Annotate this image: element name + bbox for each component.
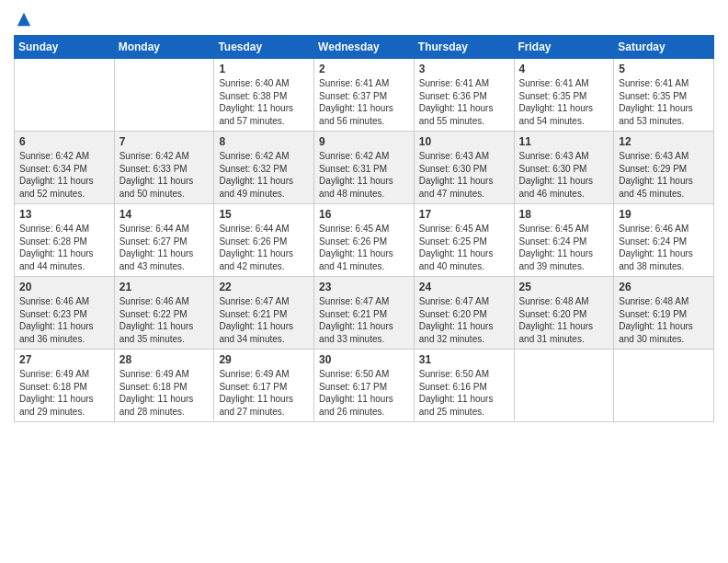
day-number: 3 bbox=[419, 63, 509, 75]
day-number: 10 bbox=[419, 135, 509, 148]
calendar-cell: 9Sunrise: 6:42 AMSunset: 6:31 PMDaylight… bbox=[314, 132, 415, 204]
daylight-text: Daylight: 11 hours and 50 minutes. bbox=[119, 175, 210, 200]
daylight-text: Daylight: 11 hours and 25 minutes. bbox=[419, 393, 509, 418]
sunset-text: Sunset: 6:30 PM bbox=[519, 163, 609, 176]
daylight-text: Daylight: 11 hours and 45 minutes. bbox=[619, 175, 709, 200]
sunrise-text: Sunrise: 6:46 AM bbox=[19, 295, 109, 308]
sunrise-text: Sunrise: 6:46 AM bbox=[119, 295, 210, 308]
day-info: Sunrise: 6:44 AMSunset: 6:26 PMDaylight:… bbox=[219, 223, 309, 272]
day-info: Sunrise: 6:45 AMSunset: 6:24 PMDaylight:… bbox=[519, 223, 609, 272]
day-number: 16 bbox=[319, 208, 409, 221]
sunrise-text: Sunrise: 6:42 AM bbox=[219, 150, 309, 163]
sunset-text: Sunset: 6:25 PM bbox=[419, 236, 509, 248]
day-info: Sunrise: 6:43 AMSunset: 6:29 PMDaylight:… bbox=[619, 150, 709, 200]
day-info: Sunrise: 6:50 AMSunset: 6:16 PMDaylight:… bbox=[419, 368, 509, 418]
calendar-cell: 28Sunrise: 6:49 AMSunset: 6:18 PMDayligh… bbox=[114, 350, 214, 422]
day-number: 13 bbox=[19, 208, 109, 221]
day-info: Sunrise: 6:43 AMSunset: 6:30 PMDaylight:… bbox=[419, 150, 509, 200]
calendar-cell: 22Sunrise: 6:47 AMSunset: 6:21 PMDayligh… bbox=[214, 277, 314, 350]
calendar-week-row: 6Sunrise: 6:42 AMSunset: 6:34 PMDaylight… bbox=[15, 132, 714, 204]
daylight-text: Daylight: 11 hours and 28 minutes. bbox=[119, 393, 210, 418]
day-number: 11 bbox=[519, 135, 609, 148]
calendar-cell: 2Sunrise: 6:41 AMSunset: 6:37 PMDaylight… bbox=[314, 59, 415, 132]
sunrise-text: Sunrise: 6:43 AM bbox=[419, 150, 509, 163]
day-number: 7 bbox=[119, 135, 210, 148]
day-number: 8 bbox=[219, 135, 309, 148]
sunrise-text: Sunrise: 6:44 AM bbox=[19, 223, 109, 236]
daylight-text: Daylight: 11 hours and 39 minutes. bbox=[519, 247, 609, 272]
day-number: 5 bbox=[619, 63, 709, 75]
calendar-week-row: 27Sunrise: 6:49 AMSunset: 6:18 PMDayligh… bbox=[15, 350, 714, 422]
sunset-text: Sunset: 6:31 PM bbox=[319, 163, 409, 176]
calendar-cell: 26Sunrise: 6:48 AMSunset: 6:19 PMDayligh… bbox=[614, 277, 714, 350]
daylight-text: Daylight: 11 hours and 35 minutes. bbox=[119, 320, 210, 345]
day-info: Sunrise: 6:46 AMSunset: 6:22 PMDaylight:… bbox=[119, 295, 210, 345]
calendar-cell: 23Sunrise: 6:47 AMSunset: 6:21 PMDayligh… bbox=[314, 277, 415, 350]
sunset-text: Sunset: 6:20 PM bbox=[419, 308, 509, 321]
day-info: Sunrise: 6:45 AMSunset: 6:25 PMDaylight:… bbox=[419, 223, 509, 272]
day-info: Sunrise: 6:41 AMSunset: 6:37 PMDaylight:… bbox=[319, 77, 409, 127]
svg-marker-0 bbox=[17, 13, 30, 26]
day-info: Sunrise: 6:42 AMSunset: 6:33 PMDaylight:… bbox=[119, 150, 210, 200]
sunrise-text: Sunrise: 6:40 AM bbox=[219, 77, 309, 90]
calendar-cell: 5Sunrise: 6:41 AMSunset: 6:35 PMDaylight… bbox=[614, 59, 714, 132]
daylight-text: Daylight: 11 hours and 38 minutes. bbox=[619, 247, 709, 272]
sunrise-text: Sunrise: 6:44 AM bbox=[119, 223, 210, 236]
logo-icon bbox=[16, 11, 32, 28]
day-number: 17 bbox=[419, 208, 509, 221]
calendar-cell: 31Sunrise: 6:50 AMSunset: 6:16 PMDayligh… bbox=[414, 350, 514, 422]
sunset-text: Sunset: 6:22 PM bbox=[119, 308, 210, 321]
day-number: 28 bbox=[119, 353, 210, 366]
day-info: Sunrise: 6:40 AMSunset: 6:38 PMDaylight:… bbox=[219, 77, 309, 127]
day-number: 18 bbox=[519, 208, 609, 221]
daylight-text: Daylight: 11 hours and 56 minutes. bbox=[319, 102, 409, 127]
sunset-text: Sunset: 6:28 PM bbox=[19, 236, 109, 248]
sunrise-text: Sunrise: 6:47 AM bbox=[319, 295, 409, 308]
sunrise-text: Sunrise: 6:49 AM bbox=[19, 368, 109, 381]
sunrise-text: Sunrise: 6:41 AM bbox=[519, 77, 609, 90]
calendar-cell: 8Sunrise: 6:42 AMSunset: 6:32 PMDaylight… bbox=[214, 132, 314, 204]
day-number: 4 bbox=[519, 63, 609, 75]
calendar-cell: 30Sunrise: 6:50 AMSunset: 6:17 PMDayligh… bbox=[314, 350, 415, 422]
daylight-text: Daylight: 11 hours and 49 minutes. bbox=[219, 175, 309, 200]
day-number: 23 bbox=[319, 281, 409, 293]
sunrise-text: Sunrise: 6:47 AM bbox=[419, 295, 509, 308]
calendar-cell bbox=[15, 59, 115, 132]
calendar-cell: 1Sunrise: 6:40 AMSunset: 6:38 PMDaylight… bbox=[214, 59, 314, 132]
sunset-text: Sunset: 6:16 PM bbox=[419, 381, 509, 394]
daylight-text: Daylight: 11 hours and 47 minutes. bbox=[419, 175, 509, 200]
calendar-cell: 19Sunrise: 6:46 AMSunset: 6:24 PMDayligh… bbox=[614, 204, 714, 277]
calendar-header-row: SundayMondayTuesdayWednesdayThursdayFrid… bbox=[15, 36, 714, 59]
calendar-cell: 6Sunrise: 6:42 AMSunset: 6:34 PMDaylight… bbox=[15, 132, 115, 204]
day-info: Sunrise: 6:46 AMSunset: 6:24 PMDaylight:… bbox=[619, 223, 709, 272]
day-number: 12 bbox=[619, 135, 709, 148]
day-info: Sunrise: 6:47 AMSunset: 6:20 PMDaylight:… bbox=[419, 295, 509, 345]
day-of-week-header: Saturday bbox=[614, 36, 714, 59]
sunset-text: Sunset: 6:27 PM bbox=[119, 236, 210, 248]
calendar-week-row: 20Sunrise: 6:46 AMSunset: 6:23 PMDayligh… bbox=[15, 277, 714, 350]
daylight-text: Daylight: 11 hours and 57 minutes. bbox=[219, 102, 309, 127]
sunset-text: Sunset: 6:33 PM bbox=[119, 163, 210, 176]
daylight-text: Daylight: 11 hours and 34 minutes. bbox=[219, 320, 309, 345]
calendar-cell: 3Sunrise: 6:41 AMSunset: 6:36 PMDaylight… bbox=[414, 59, 514, 132]
sunset-text: Sunset: 6:36 PM bbox=[419, 90, 509, 103]
sunset-text: Sunset: 6:34 PM bbox=[19, 163, 109, 176]
sunrise-text: Sunrise: 6:46 AM bbox=[619, 223, 709, 236]
calendar-cell: 21Sunrise: 6:46 AMSunset: 6:22 PMDayligh… bbox=[114, 277, 214, 350]
sunrise-text: Sunrise: 6:42 AM bbox=[319, 150, 409, 163]
calendar-cell: 7Sunrise: 6:42 AMSunset: 6:33 PMDaylight… bbox=[114, 132, 214, 204]
calendar-cell: 12Sunrise: 6:43 AMSunset: 6:29 PMDayligh… bbox=[614, 132, 714, 204]
day-info: Sunrise: 6:47 AMSunset: 6:21 PMDaylight:… bbox=[319, 295, 409, 345]
day-number: 14 bbox=[119, 208, 210, 221]
daylight-text: Daylight: 11 hours and 29 minutes. bbox=[19, 393, 109, 418]
sunrise-text: Sunrise: 6:43 AM bbox=[619, 150, 709, 163]
day-info: Sunrise: 6:41 AMSunset: 6:35 PMDaylight:… bbox=[619, 77, 709, 127]
day-info: Sunrise: 6:42 AMSunset: 6:31 PMDaylight:… bbox=[319, 150, 409, 200]
day-info: Sunrise: 6:48 AMSunset: 6:19 PMDaylight:… bbox=[619, 295, 709, 345]
sunrise-text: Sunrise: 6:50 AM bbox=[319, 368, 409, 381]
sunset-text: Sunset: 6:35 PM bbox=[519, 90, 609, 103]
day-info: Sunrise: 6:42 AMSunset: 6:34 PMDaylight:… bbox=[19, 150, 109, 200]
sunrise-text: Sunrise: 6:43 AM bbox=[519, 150, 609, 163]
sunset-text: Sunset: 6:18 PM bbox=[119, 381, 210, 394]
sunrise-text: Sunrise: 6:48 AM bbox=[619, 295, 709, 308]
